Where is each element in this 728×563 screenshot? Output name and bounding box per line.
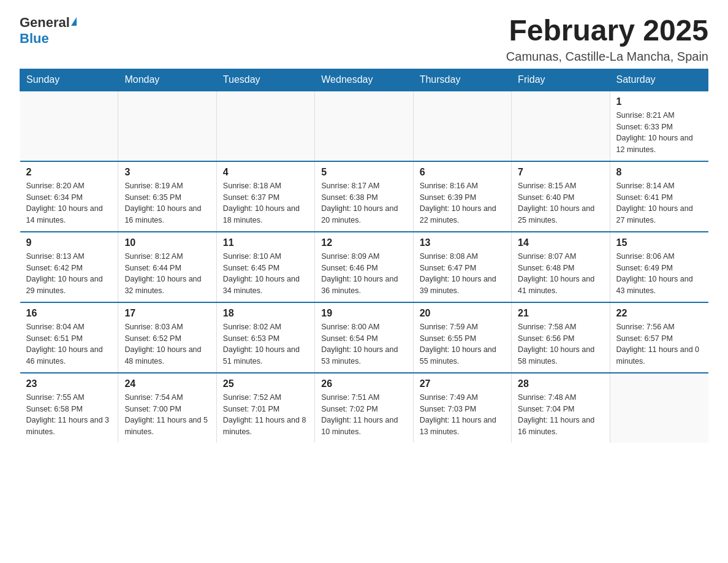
calendar-table: SundayMondayTuesdayWednesdayThursdayFrid…	[20, 69, 708, 443]
location-subtitle: Camunas, Castille-La Mancha, Spain	[506, 50, 708, 64]
day-number: 14	[518, 237, 603, 248]
day-info: Sunrise: 8:04 AM Sunset: 6:51 PM Dayligh…	[26, 321, 112, 367]
day-info: Sunrise: 8:13 AM Sunset: 6:42 PM Dayligh…	[26, 251, 112, 297]
calendar-cell: 17Sunrise: 8:03 AM Sunset: 6:52 PM Dayli…	[118, 302, 216, 373]
day-info: Sunrise: 8:17 AM Sunset: 6:38 PM Dayligh…	[321, 180, 406, 226]
calendar-cell: 16Sunrise: 8:04 AM Sunset: 6:51 PM Dayli…	[20, 302, 118, 373]
calendar-cell	[216, 91, 314, 161]
day-info: Sunrise: 8:10 AM Sunset: 6:45 PM Dayligh…	[223, 251, 308, 297]
day-info: Sunrise: 7:51 AM Sunset: 7:02 PM Dayligh…	[321, 392, 406, 438]
day-number: 25	[223, 378, 308, 389]
calendar-cell: 27Sunrise: 7:49 AM Sunset: 7:03 PM Dayli…	[413, 373, 511, 443]
calendar-cell: 13Sunrise: 8:08 AM Sunset: 6:47 PM Dayli…	[413, 232, 511, 302]
day-info: Sunrise: 7:49 AM Sunset: 7:03 PM Dayligh…	[420, 392, 505, 438]
day-number: 7	[518, 167, 603, 178]
day-info: Sunrise: 8:06 AM Sunset: 6:49 PM Dayligh…	[616, 251, 702, 297]
day-info: Sunrise: 8:02 AM Sunset: 6:53 PM Dayligh…	[223, 321, 308, 367]
calendar-cell: 28Sunrise: 7:48 AM Sunset: 7:04 PM Dayli…	[512, 373, 610, 443]
day-number: 1	[616, 96, 702, 107]
calendar-cell: 18Sunrise: 8:02 AM Sunset: 6:53 PM Dayli…	[216, 302, 314, 373]
calendar-cell: 14Sunrise: 8:07 AM Sunset: 6:48 PM Dayli…	[512, 232, 610, 302]
day-number: 17	[124, 308, 210, 319]
day-info: Sunrise: 8:21 AM Sunset: 6:33 PM Dayligh…	[616, 110, 702, 156]
calendar-cell: 10Sunrise: 8:12 AM Sunset: 6:44 PM Dayli…	[118, 232, 216, 302]
day-info: Sunrise: 7:58 AM Sunset: 6:56 PM Dayligh…	[518, 321, 603, 367]
calendar-cell: 20Sunrise: 7:59 AM Sunset: 6:55 PM Dayli…	[413, 302, 511, 373]
calendar-cell: 8Sunrise: 8:14 AM Sunset: 6:41 PM Daylig…	[610, 161, 708, 232]
calendar-cell: 15Sunrise: 8:06 AM Sunset: 6:49 PM Dayli…	[610, 232, 708, 302]
calendar-week-row: 2Sunrise: 8:20 AM Sunset: 6:34 PM Daylig…	[20, 161, 708, 232]
calendar-cell: 21Sunrise: 7:58 AM Sunset: 6:56 PM Dayli…	[512, 302, 610, 373]
day-info: Sunrise: 8:20 AM Sunset: 6:34 PM Dayligh…	[26, 180, 112, 226]
day-number: 2	[26, 167, 112, 178]
day-number: 9	[26, 237, 112, 248]
day-number: 22	[616, 308, 702, 319]
logo: General Blue	[20, 15, 77, 47]
day-number: 10	[124, 237, 210, 248]
column-header-wednesday: Wednesday	[315, 69, 413, 91]
column-header-thursday: Thursday	[413, 69, 511, 91]
column-header-monday: Monday	[118, 69, 216, 91]
day-number: 24	[124, 378, 210, 389]
calendar-cell	[413, 91, 511, 161]
column-header-saturday: Saturday	[610, 69, 708, 91]
day-number: 11	[223, 237, 308, 248]
calendar-cell	[610, 373, 708, 443]
day-info: Sunrise: 7:59 AM Sunset: 6:55 PM Dayligh…	[420, 321, 505, 367]
day-number: 3	[124, 167, 210, 178]
calendar-cell: 6Sunrise: 8:16 AM Sunset: 6:39 PM Daylig…	[413, 161, 511, 232]
logo-general-text: General	[20, 15, 70, 31]
calendar-cell: 12Sunrise: 8:09 AM Sunset: 6:46 PM Dayli…	[315, 232, 413, 302]
day-info: Sunrise: 8:00 AM Sunset: 6:54 PM Dayligh…	[321, 321, 406, 367]
day-number: 26	[321, 378, 406, 389]
calendar-cell: 3Sunrise: 8:19 AM Sunset: 6:35 PM Daylig…	[118, 161, 216, 232]
day-number: 18	[223, 308, 308, 319]
day-number: 27	[420, 378, 505, 389]
calendar-week-row: 23Sunrise: 7:55 AM Sunset: 6:58 PM Dayli…	[20, 373, 708, 443]
day-info: Sunrise: 7:48 AM Sunset: 7:04 PM Dayligh…	[518, 392, 603, 438]
day-info: Sunrise: 8:15 AM Sunset: 6:40 PM Dayligh…	[518, 180, 603, 226]
day-number: 21	[518, 308, 603, 319]
day-number: 19	[321, 308, 406, 319]
day-info: Sunrise: 8:09 AM Sunset: 6:46 PM Dayligh…	[321, 251, 406, 297]
day-number: 20	[420, 308, 505, 319]
day-number: 4	[223, 167, 308, 178]
calendar-week-row: 16Sunrise: 8:04 AM Sunset: 6:51 PM Dayli…	[20, 302, 708, 373]
day-number: 15	[616, 237, 702, 248]
day-info: Sunrise: 8:19 AM Sunset: 6:35 PM Dayligh…	[124, 180, 210, 226]
calendar-cell: 2Sunrise: 8:20 AM Sunset: 6:34 PM Daylig…	[20, 161, 118, 232]
day-info: Sunrise: 8:18 AM Sunset: 6:37 PM Dayligh…	[223, 180, 308, 226]
calendar-cell: 4Sunrise: 8:18 AM Sunset: 6:37 PM Daylig…	[216, 161, 314, 232]
page-header: General Blue February 2025 Camunas, Cast…	[20, 15, 708, 64]
column-header-tuesday: Tuesday	[216, 69, 314, 91]
calendar-cell: 24Sunrise: 7:54 AM Sunset: 7:00 PM Dayli…	[118, 373, 216, 443]
day-number: 23	[26, 378, 112, 389]
day-number: 28	[518, 378, 603, 389]
logo-triangle-icon	[71, 17, 77, 26]
day-number: 5	[321, 167, 406, 178]
day-info: Sunrise: 8:08 AM Sunset: 6:47 PM Dayligh…	[420, 251, 505, 297]
calendar-cell	[118, 91, 216, 161]
day-info: Sunrise: 8:03 AM Sunset: 6:52 PM Dayligh…	[124, 321, 210, 367]
calendar-cell: 11Sunrise: 8:10 AM Sunset: 6:45 PM Dayli…	[216, 232, 314, 302]
calendar-cell: 23Sunrise: 7:55 AM Sunset: 6:58 PM Dayli…	[20, 373, 118, 443]
day-info: Sunrise: 8:12 AM Sunset: 6:44 PM Dayligh…	[124, 251, 210, 297]
day-number: 13	[420, 237, 505, 248]
column-header-friday: Friday	[512, 69, 610, 91]
calendar-cell: 7Sunrise: 8:15 AM Sunset: 6:40 PM Daylig…	[512, 161, 610, 232]
calendar-cell	[315, 91, 413, 161]
day-info: Sunrise: 8:16 AM Sunset: 6:39 PM Dayligh…	[420, 180, 505, 226]
month-title: February 2025	[506, 15, 708, 47]
day-number: 8	[616, 167, 702, 178]
calendar-week-row: 9Sunrise: 8:13 AM Sunset: 6:42 PM Daylig…	[20, 232, 708, 302]
day-info: Sunrise: 7:55 AM Sunset: 6:58 PM Dayligh…	[26, 392, 112, 438]
logo-blue-text: Blue	[20, 31, 49, 47]
title-block: February 2025 Camunas, Castille-La Manch…	[506, 15, 708, 64]
calendar-cell: 26Sunrise: 7:51 AM Sunset: 7:02 PM Dayli…	[315, 373, 413, 443]
calendar-week-row: 1Sunrise: 8:21 AM Sunset: 6:33 PM Daylig…	[20, 91, 708, 161]
calendar-cell	[20, 91, 118, 161]
calendar-cell: 1Sunrise: 8:21 AM Sunset: 6:33 PM Daylig…	[610, 91, 708, 161]
column-header-sunday: Sunday	[20, 69, 118, 91]
calendar-cell: 19Sunrise: 8:00 AM Sunset: 6:54 PM Dayli…	[315, 302, 413, 373]
day-info: Sunrise: 7:56 AM Sunset: 6:57 PM Dayligh…	[616, 321, 702, 367]
